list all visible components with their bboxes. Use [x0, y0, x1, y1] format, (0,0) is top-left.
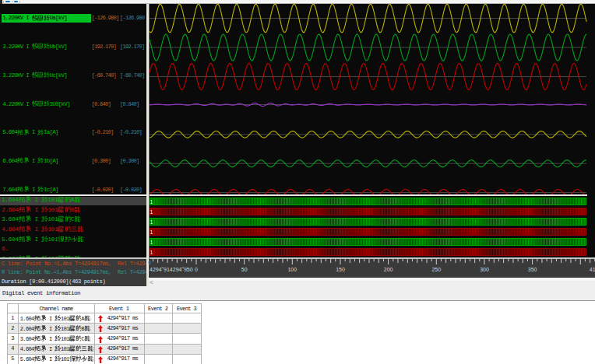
svg-text:150: 150 — [336, 267, 345, 272]
svg-text:1: 1 — [150, 208, 153, 214]
svg-text:1: 1 — [150, 198, 153, 204]
svg-text:350: 350 — [528, 267, 537, 272]
svg-text:250: 250 — [431, 267, 441, 272]
svg-text:300: 300 — [480, 267, 489, 272]
svg-text:1: 1 — [150, 219, 153, 224]
svg-text:200: 200 — [384, 267, 393, 272]
svg-text:1: 1 — [150, 229, 153, 234]
svg-text:1: 1 — [150, 239, 153, 244]
svg-text:412: 412 — [590, 267, 595, 272]
svg-text:0: 0 — [195, 267, 198, 272]
svg-text:100: 100 — [287, 267, 297, 272]
svg-text:4294ʺ914294ʺ950: 4294ʺ914294ʺ950 — [150, 267, 193, 272]
svg-text:1: 1 — [150, 249, 153, 254]
svg-text:50: 50 — [241, 267, 248, 272]
